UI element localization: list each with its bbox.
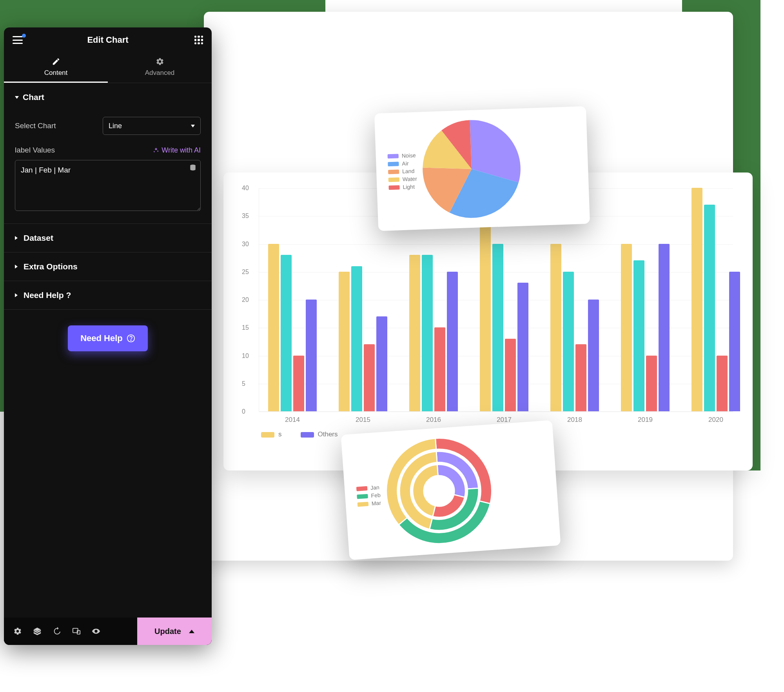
bar-group: 2017	[475, 216, 534, 411]
bar	[306, 300, 317, 411]
y-tick-label: 40	[242, 185, 249, 192]
tab-advanced[interactable]: Advanced	[108, 53, 212, 83]
bar-group: 2019	[616, 244, 675, 412]
bar	[550, 244, 561, 412]
pie-legend-item: Water	[388, 176, 417, 183]
x-tick-label: 2014	[263, 416, 322, 424]
panel-title: Edit Chart	[87, 35, 128, 45]
section-extra: Extra Options	[4, 252, 212, 281]
pie-chart-legend: NoiseAirLandWaterLight	[387, 151, 417, 192]
bar	[351, 266, 362, 412]
hamburger-icon[interactable]	[13, 36, 23, 44]
need-help-button[interactable]: Need Help	[68, 325, 148, 351]
label-values-row: label Values Write with AI	[15, 140, 201, 160]
bar	[588, 300, 599, 411]
pencil-icon	[52, 57, 60, 66]
x-tick-label: 2016	[404, 416, 463, 424]
layers-icon[interactable]	[33, 627, 42, 636]
history-icon[interactable]	[53, 627, 61, 636]
legend-item-s: s	[261, 430, 282, 438]
section-dataset-header[interactable]: Dataset	[15, 224, 201, 252]
legend-swatch	[388, 185, 399, 190]
pie-legend-item: Land	[388, 168, 417, 175]
section-chart-header[interactable]: Chart	[15, 83, 201, 111]
eye-icon[interactable]	[92, 627, 100, 636]
panel-header: Edit Chart	[4, 27, 212, 53]
section-dataset: Dataset	[4, 224, 212, 252]
section-chart: Chart Select Chart Line label Values Wri…	[4, 83, 212, 224]
svg-point-2	[131, 340, 131, 340]
bar	[517, 283, 528, 411]
tab-content-label: Content	[44, 69, 68, 77]
chevron-up-icon	[189, 630, 194, 633]
help-circle-icon	[127, 334, 135, 343]
legend-swatch	[388, 177, 399, 182]
ai-link-text: Write with AI	[162, 146, 201, 154]
settings-icon[interactable]	[13, 627, 22, 636]
y-tick-label: 5	[242, 380, 245, 387]
need-help-button-label: Need Help	[80, 333, 123, 343]
donut-legend-label: Feb	[371, 492, 381, 499]
select-chart-row: Select Chart Line	[15, 111, 201, 140]
bar	[633, 260, 644, 411]
bar	[691, 188, 702, 411]
write-with-ai-link[interactable]: Write with AI	[153, 146, 201, 154]
bar	[505, 339, 516, 411]
footer-icons	[4, 618, 137, 645]
pie-legend-label: Land	[402, 168, 415, 174]
bar	[480, 216, 491, 411]
chevron-down-icon	[191, 125, 195, 127]
pie-legend-label: Air	[402, 160, 409, 167]
tab-content[interactable]: Content	[4, 53, 108, 83]
donut-legend-label: Jan	[370, 484, 380, 491]
y-tick-label: 10	[242, 352, 249, 360]
bar	[281, 255, 292, 411]
legend-swatch	[358, 501, 369, 507]
sparkle-icon	[153, 147, 159, 153]
section-extra-header[interactable]: Extra Options	[15, 252, 201, 281]
bar-group: 2016	[404, 255, 463, 411]
donut-legend-label: Mar	[371, 500, 381, 507]
pie-legend-item: Light	[388, 183, 417, 191]
caret-right-icon	[15, 265, 20, 269]
responsive-icon[interactable]	[72, 627, 81, 636]
need-help-wrap: Need Help	[4, 310, 212, 367]
section-chart-label: Chart	[23, 93, 44, 102]
bar-group: 2018	[545, 244, 604, 412]
y-tick-label: 35	[242, 213, 249, 220]
pie-legend-label: Noise	[401, 152, 416, 159]
bar-group: 2020	[686, 188, 745, 411]
bar	[434, 327, 445, 411]
gear-icon	[156, 57, 164, 66]
legend-swatch	[357, 494, 368, 499]
bar	[729, 272, 740, 411]
pie-chart-card: NoiseAirLandWaterLight	[374, 106, 590, 231]
bar	[268, 244, 279, 412]
y-tick-label: 25	[242, 269, 249, 276]
caret-down-icon	[15, 96, 19, 99]
legend-swatch	[388, 169, 399, 174]
edit-chart-panel: Edit Chart Content Advanced Chart Select…	[4, 27, 212, 645]
y-tick-label: 30	[242, 241, 249, 248]
label-values-input[interactable]	[15, 160, 201, 211]
section-help-header[interactable]: Need Help ?	[15, 281, 201, 309]
database-icon[interactable]	[189, 164, 197, 172]
legend-item-others: Others	[301, 430, 338, 438]
apps-grid-icon[interactable]	[194, 36, 203, 44]
panel-tabs: Content Advanced	[4, 53, 212, 83]
bar	[704, 205, 715, 411]
legend-swatch	[356, 486, 368, 491]
y-tick-label: 20	[242, 296, 249, 303]
pie-legend-item: Noise	[387, 152, 416, 160]
bar	[621, 244, 632, 412]
update-button[interactable]: Update	[137, 618, 212, 645]
section-extra-label: Extra Options	[24, 262, 78, 271]
x-tick-label: 2020	[686, 416, 745, 424]
legend-label-s: s	[278, 430, 282, 438]
x-tick-label: 2018	[545, 416, 604, 424]
donut-chart-legend: JanFebMar	[356, 483, 381, 509]
legend-swatch	[388, 162, 399, 166]
bar	[422, 255, 433, 411]
bar	[575, 344, 586, 411]
select-chart-dropdown[interactable]: Line	[103, 117, 201, 135]
